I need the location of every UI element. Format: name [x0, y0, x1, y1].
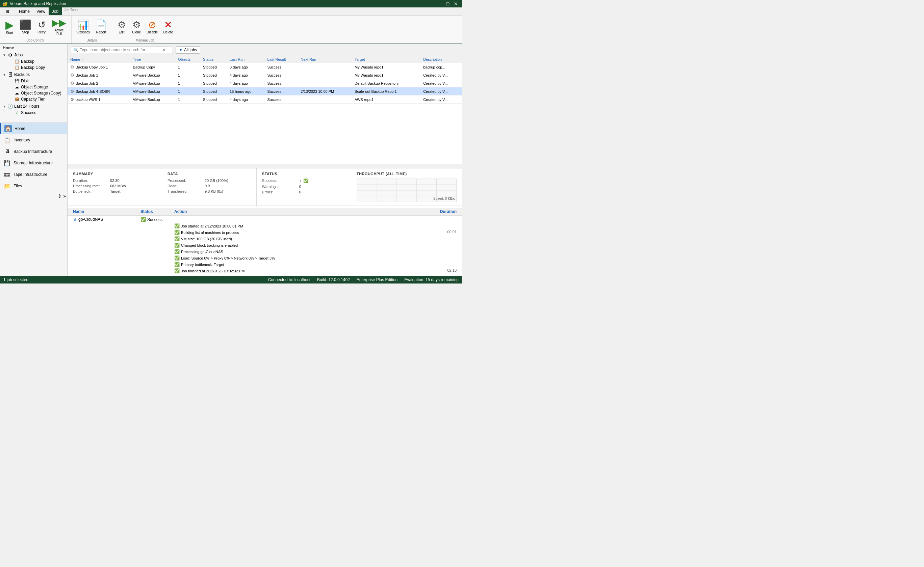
ribbon: ▶ Start ⬛ Stop ↺ Retry ▶▶ Active Full Jo…	[0, 15, 462, 44]
tree-last24h[interactable]: ▼ 🕐 Last 24 Hours	[0, 103, 67, 110]
data-processed-row: Processed: 20 GB (100%)	[168, 178, 251, 183]
edit-button[interactable]: ⚙ Edit	[115, 19, 128, 35]
col-type[interactable]: Type	[130, 56, 175, 63]
start-button[interactable]: ▶ Start	[3, 18, 16, 36]
tree-backup[interactable]: 📋 Backup	[0, 58, 67, 64]
table-row[interactable]: ⚙Backup Job 1 VMware Backup 1 Stopped 4 …	[68, 71, 462, 80]
summary-title: SUMMARY	[73, 172, 156, 176]
table-row[interactable]: ⚙backup-AWS-1 VMware Backup 1 Stopped 4 …	[68, 96, 462, 104]
app-menu-button[interactable]: ⊞	[2, 8, 14, 15]
disable-icon: ⊘	[148, 20, 156, 30]
delete-label: Delete	[163, 30, 173, 34]
tree-backup-icon: 📋	[14, 59, 20, 64]
col-name[interactable]: Name ↑	[68, 56, 130, 63]
statistics-button[interactable]: 📊 Statistics	[74, 19, 92, 35]
tree-jobs-toggle: ▼	[3, 53, 6, 57]
menu-job[interactable]: Job	[49, 8, 62, 15]
menu-home[interactable]: Home	[15, 8, 33, 15]
search-icon: 🔍	[73, 48, 78, 52]
table-row[interactable]: ⚙Backup Copy Job 1 Backup Copy 1 Stopped…	[68, 63, 462, 71]
log-entry-duration: 02:10	[430, 268, 457, 272]
tree-last24h-icon: 🕐	[8, 104, 13, 109]
job-icon: ⚙	[70, 97, 74, 102]
report-label: Report	[96, 30, 107, 34]
col-target[interactable]: Target	[352, 56, 421, 63]
filter-icon: ▼	[179, 48, 183, 52]
nav-home[interactable]: 🏠 Home	[0, 123, 67, 134]
status-evaluation: Evaluation: 15 days remaining	[404, 278, 458, 282]
inventory-icon: 📋	[3, 136, 11, 144]
col-last-result[interactable]: Last Result	[265, 56, 298, 63]
data-transferred-value: 9.8 KB (0x)	[205, 189, 223, 194]
search-input[interactable]	[80, 48, 161, 52]
nav-tape-infrastructure[interactable]: 📼 Tape Infrastructure	[0, 169, 67, 180]
nav-storage-infrastructure-label: Storage Infrastructure	[14, 160, 53, 165]
start-label: Start	[6, 31, 13, 35]
job-icon: ⚙	[70, 64, 74, 69]
table-row[interactable]: ⚙Backup Job 2 VMware Backup 1 Stopped 4 …	[68, 80, 462, 87]
log-col-duration-header: Duration	[430, 209, 457, 214]
filter-button[interactable]: ▼ All jobs	[176, 46, 200, 54]
data-transferred-row: Transferred: 9.8 KB (0x)	[168, 189, 251, 194]
tree-backup-label: Backup	[21, 59, 35, 64]
tree-disk[interactable]: 💾 Disk	[0, 78, 67, 84]
col-description[interactable]: Description	[421, 56, 462, 63]
tree-backup-copy[interactable]: 📋 Backup Copy	[0, 64, 67, 70]
minimize-button[interactable]: ─	[436, 1, 443, 6]
tree-object-storage-copy[interactable]: ☁ Object Storage (Copy)	[0, 90, 67, 96]
cell-type: VMware Backup	[130, 71, 175, 80]
log-entry: ✅ Changed block tracking is enabled	[68, 242, 462, 248]
table-row[interactable]: ⚙Backup Job 4-SOBR VMware Backup 1 Stopp…	[68, 87, 462, 96]
horizontal-scrollbar[interactable]	[68, 164, 462, 168]
summary-duration-label: Duration:	[73, 178, 110, 183]
cell-next-run	[298, 80, 352, 87]
search-clear-icon[interactable]: ✕	[162, 48, 165, 52]
active-full-icon: ▶▶	[52, 18, 66, 28]
col-status[interactable]: Status	[200, 56, 227, 63]
menu-view[interactable]: View	[33, 8, 49, 15]
delete-button[interactable]: ✕ Delete	[161, 19, 175, 35]
log-header: Name Status Action Duration	[68, 208, 462, 216]
backup-infrastructure-icon: 🖥	[3, 148, 11, 155]
cell-description: Created by V...	[421, 87, 462, 96]
col-objects[interactable]: Objects	[175, 56, 200, 63]
log-vm-status: ✅ Success	[140, 217, 174, 222]
data-processed-value: 20 GB (100%)	[205, 178, 228, 183]
report-icon: 📄	[95, 20, 107, 30]
tape-infrastructure-icon: 📼	[3, 171, 11, 178]
nav-inventory[interactable]: 📋 Inventory	[0, 134, 67, 146]
close-button[interactable]: ✕	[452, 1, 459, 6]
col-last-run[interactable]: Last Run	[227, 56, 264, 63]
edit-icon: ⚙	[117, 20, 126, 30]
tree-jobs[interactable]: ▼ ⚙ Jobs	[0, 52, 67, 58]
nav-files[interactable]: 📁 Files	[0, 180, 67, 192]
tree-object-storage[interactable]: ☁ Object Storage	[0, 84, 67, 90]
job-control-group-label: Job Control	[27, 37, 44, 42]
report-button[interactable]: 📄 Report	[93, 19, 109, 35]
disable-button[interactable]: ⊘ Disable	[144, 19, 160, 35]
entry-success-icon: ✅	[174, 268, 180, 273]
col-next-run[interactable]: Next Run	[298, 56, 352, 63]
retry-label: Retry	[38, 30, 46, 34]
maximize-button[interactable]: □	[445, 1, 451, 6]
cell-objects: 1	[175, 87, 200, 96]
status-bar-right: Connected to: localhost Build: 12.0.0.14…	[268, 278, 458, 282]
sidebar-expand-icon[interactable]: ⇕ »	[58, 194, 66, 199]
status-connected: Connected to: localhost	[268, 278, 310, 282]
retry-button[interactable]: ↺ Retry	[35, 19, 48, 35]
active-full-button[interactable]: ▶▶ Active Full	[50, 17, 69, 37]
cell-status: Stopped	[200, 96, 227, 104]
menu-bar: ⊞ Home View Job Job Tools	[0, 8, 462, 15]
clone-button[interactable]: ⚙ Clone	[130, 19, 143, 35]
cell-last-result: Success	[265, 63, 298, 71]
tree-backups[interactable]: ▼ 🗄 Backups	[0, 71, 67, 78]
nav-backup-infrastructure[interactable]: 🖥 Backup Infrastructure	[0, 146, 67, 157]
data-read-label: Read:	[168, 184, 205, 188]
tree-capacity-tier[interactable]: 📦 Capacity Tier	[0, 96, 67, 102]
ribbon-group-details: 📊 Statistics 📄 Report Details	[72, 15, 112, 44]
tree-success[interactable]: ✓ Success	[0, 110, 67, 116]
files-icon: 📁	[3, 182, 11, 190]
stop-button[interactable]: ⬛ Stop	[18, 19, 33, 35]
nav-storage-infrastructure[interactable]: 💾 Storage Infrastructure	[0, 157, 67, 169]
status-warnings-label: Warnings:	[262, 184, 299, 189]
